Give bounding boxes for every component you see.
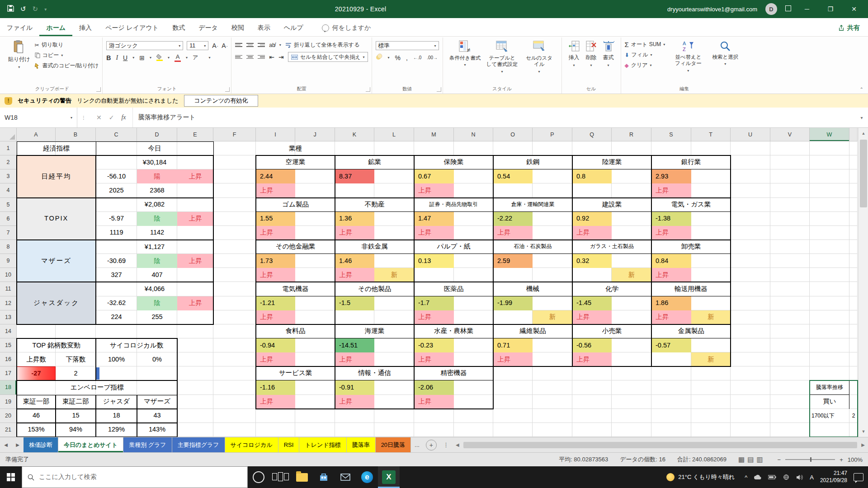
index-trend[interactable]: 上昇: [177, 296, 213, 310]
industry-up-flag[interactable]: 上昇: [651, 226, 691, 240]
number-format-combo[interactable]: 標準▾: [376, 41, 439, 50]
industry-section-label[interactable]: 業種: [256, 141, 335, 155]
increase-decimal-icon[interactable]: ←.0: [413, 55, 421, 60]
column-header-U[interactable]: U: [731, 128, 770, 141]
cut-button[interactable]: ✂切り取り: [35, 41, 99, 49]
vertical-scrollbar[interactable]: ▲▼: [858, 128, 868, 437]
row-header-11[interactable]: 11: [0, 282, 17, 296]
account-email[interactable]: dryyourtearswithlove1@gmail.com: [667, 6, 757, 13]
alert-threshold[interactable]: 1700以下: [810, 409, 849, 423]
industry-value[interactable]: 0.13: [414, 254, 454, 268]
align-center-icon[interactable]: [246, 54, 254, 60]
sheet-tab-1[interactable]: 今日のまとめサイト: [58, 437, 123, 452]
industry-up-flag[interactable]: 上昇: [335, 395, 374, 409]
up-count-label[interactable]: 上昇数: [17, 352, 56, 366]
index-trend[interactable]: 上昇: [177, 254, 213, 268]
industry-value[interactable]: 0.92: [572, 212, 612, 226]
undo-icon[interactable]: ↺: [20, 5, 26, 13]
industry-name[interactable]: 鉄鋼: [493, 155, 572, 169]
column-header-C[interactable]: C: [96, 128, 137, 141]
copy-button[interactable]: コピー▾: [35, 52, 99, 59]
industry-value[interactable]: 2.59: [493, 254, 533, 268]
industry-up-flag[interactable]: 上昇: [256, 395, 295, 409]
row-header-10[interactable]: 10: [0, 268, 17, 282]
zoom-in-icon[interactable]: +: [840, 456, 843, 463]
industry-name[interactable]: 水産・農林業: [414, 324, 493, 338]
envelope-count[interactable]: 46: [17, 409, 56, 423]
increase-indent-icon[interactable]: ⇥: [278, 53, 284, 61]
index-change[interactable]: -56.10: [96, 169, 137, 183]
row-header-2[interactable]: 2: [0, 155, 17, 169]
industry-name[interactable]: 電気・ガス業: [651, 198, 731, 212]
battery-icon[interactable]: [768, 475, 776, 479]
industry-up-flag[interactable]: 上昇: [335, 226, 374, 240]
grow-font-icon[interactable]: Aˆ: [212, 42, 218, 49]
decrease-decimal-icon[interactable]: .00→: [427, 55, 438, 60]
phonetic-guide-icon[interactable]: ア゙: [193, 54, 204, 61]
industry-name[interactable]: 電気機器: [256, 282, 335, 296]
row-header-18[interactable]: 18: [0, 380, 17, 394]
industry-value[interactable]: 0.8: [572, 169, 612, 183]
font-dialog-launcher[interactable]: [225, 87, 230, 92]
tab-menu-icon[interactable]: ⋮: [439, 437, 453, 452]
index-high[interactable]: 255: [137, 310, 177, 324]
row-header-1[interactable]: 1: [0, 141, 17, 155]
horizontal-scrollbar[interactable]: [463, 439, 857, 450]
tab-page-layout[interactable]: ページ レイアウト: [99, 20, 165, 36]
row-header-13[interactable]: 13: [0, 310, 17, 324]
index-candle[interactable]: 陰: [137, 296, 177, 310]
envelope-count[interactable]: 18: [96, 409, 137, 423]
select-all-corner[interactable]: [0, 128, 17, 141]
percent-style-icon[interactable]: %: [395, 54, 401, 61]
font-color-icon[interactable]: A: [175, 53, 181, 62]
industry-up-flag[interactable]: 上昇: [256, 268, 295, 282]
industry-name[interactable]: 銀行業: [651, 155, 731, 169]
index-price[interactable]: ¥1,127: [96, 240, 213, 254]
row-header-9[interactable]: 9: [0, 254, 17, 268]
tab-file[interactable]: ファイル: [0, 20, 39, 36]
scroll-up-icon[interactable]: ▲: [859, 128, 868, 139]
envelope-percent[interactable]: 153%: [17, 423, 56, 437]
row-header-12[interactable]: 12: [0, 296, 17, 310]
qat-customize-icon[interactable]: ▾: [44, 7, 47, 12]
tray-expand-icon[interactable]: ^: [745, 474, 747, 481]
industry-name[interactable]: 金属製品: [651, 324, 731, 338]
industry-name[interactable]: ゴム製品: [256, 198, 335, 212]
tab-view[interactable]: 表示: [251, 20, 277, 36]
tab-help[interactable]: ヘルプ: [277, 20, 310, 36]
industry-value[interactable]: 0.71: [493, 338, 533, 352]
fill-button[interactable]: ⬇フィル▾: [625, 51, 665, 59]
industry-up-flag[interactable]: 上昇: [493, 226, 533, 240]
avatar[interactable]: D: [765, 3, 777, 15]
up-count-databar[interactable]: -27: [17, 366, 56, 380]
column-header-L[interactable]: L: [374, 128, 414, 141]
column-header-X[interactable]: [849, 128, 858, 141]
industry-up-flag[interactable]: 上昇: [651, 268, 691, 282]
industry-up-flag[interactable]: 上昇: [572, 310, 612, 324]
index-change[interactable]: -32.62: [96, 296, 137, 310]
row-header-7[interactable]: 7: [0, 226, 17, 240]
formula-input[interactable]: 騰落率推移アラート: [133, 108, 855, 127]
industry-up-flag[interactable]: 上昇: [414, 395, 454, 409]
envelope-percent[interactable]: 143%: [137, 423, 177, 437]
task-view-button[interactable]: [269, 466, 291, 488]
index-price[interactable]: ¥2,082: [96, 198, 213, 212]
industry-name[interactable]: 食料品: [256, 324, 335, 338]
column-header-E[interactable]: E: [177, 128, 213, 141]
borders-icon[interactable]: ⊞: [139, 54, 145, 61]
row-header-21[interactable]: 21: [0, 423, 17, 437]
sheet-tab-8[interactable]: 20日騰落: [376, 437, 411, 452]
sheet-tab-3[interactable]: 主要指標グラフ: [172, 437, 225, 452]
fill-color-icon[interactable]: [156, 54, 163, 61]
italic-icon[interactable]: I: [116, 54, 118, 61]
column-header-D[interactable]: D: [137, 128, 177, 141]
zoom-control[interactable]: − + 100%: [778, 456, 863, 463]
align-top-icon[interactable]: [235, 42, 242, 48]
industry-name[interactable]: 海運業: [335, 324, 414, 338]
formula-bar-expand-icon[interactable]: ▾: [855, 108, 868, 127]
industry-name[interactable]: 不動産: [335, 198, 414, 212]
industry-name[interactable]: 情報・通信: [335, 366, 414, 380]
industry-value[interactable]: -1.45: [572, 296, 612, 310]
sort-filter-button[interactable]: AZ 並べ替えとフィルター▾: [670, 39, 707, 74]
envelope-market[interactable]: ジャスダ: [96, 395, 137, 409]
